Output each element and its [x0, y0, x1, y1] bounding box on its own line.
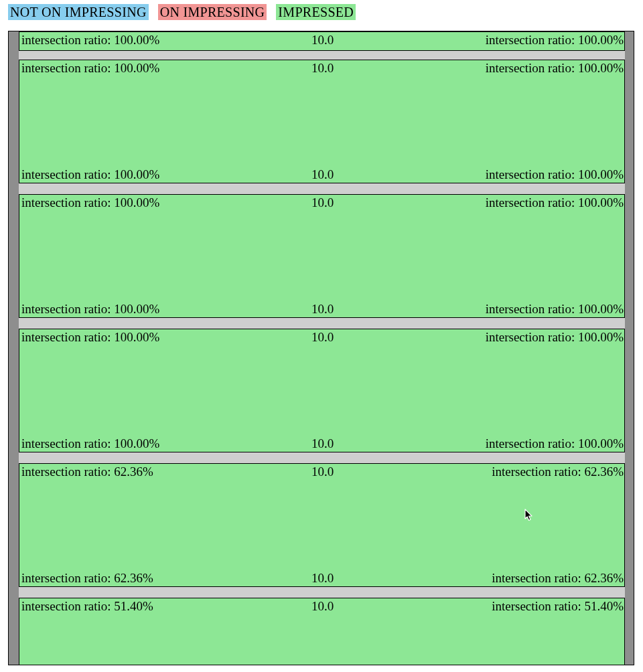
value-center: 10.0: [311, 330, 334, 345]
legend-impressed: IMPRESSED: [276, 4, 356, 20]
tracked-box: intersection ratio: 100.00%10.0intersect…: [19, 60, 625, 183]
value-center: 10.0: [311, 33, 334, 48]
ratio-left: intersection ratio: 100.00%: [20, 61, 159, 76]
scroll-frame[interactable]: intersection ratio: 100.00%10.0intersect…: [8, 31, 634, 665]
ratio-left: intersection ratio: 62.36%: [20, 465, 153, 479]
ratio-right: intersection ratio: 62.36%: [492, 465, 625, 479]
value-center: 10.0: [311, 167, 334, 182]
box-top-row: intersection ratio: 62.36%10.0intersecti…: [20, 465, 625, 479]
tracked-box: intersection ratio: 51.40%10.0intersecti…: [19, 598, 625, 665]
value-center: 10.0: [311, 61, 334, 76]
ratio-right: intersection ratio: 62.36%: [492, 571, 625, 586]
tracked-box: intersection ratio: 100.00%10.0intersect…: [19, 31, 625, 51]
ratio-right: intersection ratio: 100.00%: [486, 195, 625, 210]
value-center: 10.0: [311, 195, 334, 210]
box-top-row: intersection ratio: 100.00%10.0intersect…: [20, 33, 625, 48]
box-top-row: intersection ratio: 51.40%10.0intersecti…: [20, 599, 625, 614]
ratio-right: intersection ratio: 100.00%: [486, 436, 625, 451]
ratio-left: intersection ratio: 100.00%: [20, 302, 159, 317]
ratio-left: intersection ratio: 51.40%: [20, 599, 153, 614]
ratio-left: intersection ratio: 100.00%: [20, 436, 159, 451]
box-top-row: intersection ratio: 100.00%10.0intersect…: [20, 195, 625, 210]
ratio-right: intersection ratio: 100.00%: [486, 167, 625, 182]
tracked-box: intersection ratio: 100.00%10.0intersect…: [19, 329, 625, 452]
box-bottom-row: intersection ratio: 100.00%10.0intersect…: [20, 436, 625, 451]
box-bottom-row: intersection ratio: 100.00%10.0intersect…: [20, 167, 625, 182]
value-center: 10.0: [311, 436, 334, 451]
ratio-right: intersection ratio: 100.00%: [486, 61, 625, 76]
value-center: 10.0: [311, 302, 334, 317]
ratio-left: intersection ratio: 100.00%: [20, 330, 159, 345]
ratio-right: intersection ratio: 100.00%: [486, 302, 625, 317]
tracked-box: intersection ratio: 100.00%10.0intersect…: [19, 194, 625, 318]
legend: NOT ON IMPRESSING ON IMPRESSING IMPRESSE…: [8, 4, 356, 20]
ratio-left: intersection ratio: 62.36%: [20, 571, 153, 586]
ratio-left: intersection ratio: 100.00%: [20, 167, 159, 182]
tracked-box: intersection ratio: 62.36%10.0intersecti…: [19, 463, 625, 587]
value-center: 10.0: [311, 571, 334, 586]
value-center: 10.0: [311, 599, 334, 614]
ratio-right: intersection ratio: 100.00%: [486, 330, 625, 345]
page-root: NOT ON IMPRESSING ON IMPRESSING IMPRESSE…: [0, 0, 643, 672]
ratio-right: intersection ratio: 51.40%: [492, 599, 625, 614]
legend-on-impressing: ON IMPRESSING: [158, 4, 267, 20]
ratio-left: intersection ratio: 100.00%: [20, 33, 159, 48]
box-top-row: intersection ratio: 100.00%10.0intersect…: [20, 61, 625, 76]
ratio-right: intersection ratio: 100.00%: [486, 33, 625, 48]
value-center: 10.0: [311, 465, 334, 479]
box-top-row: intersection ratio: 100.00%10.0intersect…: [20, 330, 625, 345]
ratio-left: intersection ratio: 100.00%: [20, 195, 159, 210]
box-bottom-row: intersection ratio: 100.00%10.0intersect…: [20, 302, 625, 317]
scroll-content: intersection ratio: 100.00%10.0intersect…: [19, 31, 625, 665]
box-bottom-row: intersection ratio: 62.36%10.0intersecti…: [20, 571, 625, 586]
legend-not-on-impressing: NOT ON IMPRESSING: [8, 4, 149, 20]
